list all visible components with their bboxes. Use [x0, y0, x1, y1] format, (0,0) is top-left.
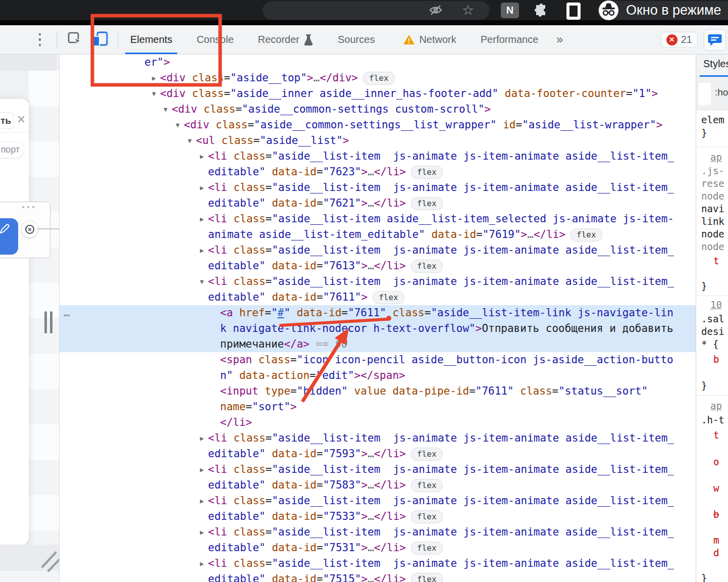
expand-arrow-icon[interactable]: ▶ [198, 493, 206, 509]
expand-arrow-icon[interactable]: ▶ [198, 430, 206, 446]
dom-tree-line[interactable]: editable" data-id="7621">…</li>flex [60, 196, 696, 211]
css-propstrike[interactable]: b [713, 509, 719, 520]
css-prop[interactable]: o [713, 456, 719, 467]
dom-tree-line[interactable]: k navigate-link-nodecor h-text-overflow"… [60, 321, 696, 336]
tab-console[interactable]: Console [184, 25, 245, 54]
dom-tree-line[interactable]: ▼<div class="aside__common-settings__lis… [60, 117, 696, 133]
dom-tree-line[interactable]: n" data-action="edit"></span> [60, 368, 696, 383]
collapse-arrow-icon[interactable]: ▼ [174, 117, 182, 133]
eye-off-icon[interactable] [429, 3, 443, 19]
css-prop[interactable]: m [713, 535, 719, 546]
expand-arrow-icon[interactable]: ▶ [198, 149, 206, 164]
expand-arrow-icon[interactable]: ▶ [198, 180, 206, 196]
dom-tree-line[interactable]: ▶<li class="aside__list-item js-animate … [60, 524, 696, 540]
flex-badge[interactable]: flex [373, 291, 404, 304]
row-actions-icon[interactable]: … [64, 305, 71, 321]
flex-badge[interactable]: flex [411, 573, 443, 582]
extension-n-icon[interactable]: N [501, 3, 519, 18]
flex-badge[interactable]: flex [411, 448, 443, 461]
drag-handle-bar[interactable] [50, 311, 53, 333]
css-prop[interactable]: t [713, 255, 719, 266]
dom-tree-line[interactable]: ▶<li class="aside__list-item js-animate … [60, 149, 696, 164]
flex-badge[interactable]: flex [570, 228, 602, 241]
dom-tree-line[interactable]: editable" data-id="7533">…</li>flex [60, 509, 696, 524]
drag-handle-bar[interactable] [44, 311, 47, 333]
dom-tree-line[interactable]: er"> [60, 55, 696, 70]
tab-sources[interactable]: Sources [326, 25, 387, 54]
dom-tree-line[interactable]: ▶<li class="aside__list-item js-animate … [60, 430, 696, 446]
dom-tree-line[interactable]: ▶<li class="aside__list-item js-animate … [60, 462, 696, 477]
expand-arrow-icon[interactable]: ▶ [150, 70, 158, 86]
remove-badge[interactable]: ✕ [21, 221, 38, 238]
dom-tree-line[interactable]: ▶<li class="aside__list-item js-animate … [60, 493, 696, 509]
device-toolbar-icon[interactable] [91, 30, 110, 50]
inspect-element-icon[interactable] [66, 30, 83, 50]
flex-badge[interactable]: flex [411, 479, 443, 492]
stylesheet-link[interactable]: ap [710, 152, 722, 163]
tab-performance[interactable]: Performance [469, 25, 551, 54]
dom-tree-line[interactable]: </li> [60, 415, 696, 430]
dom-tree-line[interactable]: editable" data-id="7613">…</li>flex [60, 258, 696, 274]
toggle-hover-state-button[interactable]: :hov [715, 87, 728, 98]
collapse-arrow-icon[interactable]: ▼ [198, 274, 206, 289]
dom-tree-line[interactable]: ▼<li class="aside__list-item js-animate … [60, 274, 696, 289]
bookmark-star-icon[interactable]: ☆ [462, 3, 474, 17]
feedback-button[interactable] [704, 29, 726, 51]
close-icon[interactable]: ✕ [15, 112, 27, 127]
pill-button[interactable]: порт [0, 141, 24, 158]
flex-badge[interactable]: flex [411, 510, 443, 523]
collapse-arrow-icon[interactable]: ▼ [162, 102, 170, 117]
resize-handle-icon[interactable] [41, 551, 59, 573]
flex-badge[interactable]: flex [411, 197, 443, 210]
expand-arrow-icon[interactable]: ▶ [198, 243, 206, 258]
dom-tree-line[interactable]: ▼<div class="aside__inner aside__inner_h… [60, 86, 696, 102]
dom-tree-line[interactable]: ▼<ul class="aside__list"> [60, 133, 696, 149]
extensions-puzzle-icon[interactable] [534, 4, 548, 20]
tab-styles[interactable]: Styles [703, 58, 728, 70]
expand-arrow-icon[interactable]: ▶ [198, 462, 206, 477]
filter-chip[interactable]: ть [0, 112, 14, 129]
dom-tree-line[interactable]: editable" data-id="7583">…</li>flex [60, 477, 696, 493]
flex-badge[interactable]: flex [411, 260, 443, 273]
dom-tree-line[interactable]: примечание</a> == $0 [60, 336, 696, 352]
error-count-badge[interactable]: ✕ 21 [661, 32, 698, 47]
flex-badge[interactable]: flex [411, 542, 443, 555]
css-prop[interactable]: t [713, 429, 719, 441]
dom-tree-line[interactable]: name="sort"> [60, 399, 696, 415]
dom-tree-line[interactable]: ▶<li class="aside__list-item js-animate … [60, 243, 696, 258]
stage-tile[interactable] [0, 218, 18, 255]
collapse-arrow-icon[interactable]: ▼ [186, 133, 194, 149]
dom-tree-line[interactable]: <input type="hidden" value data-pipe-id=… [60, 383, 696, 399]
dom-tree-line[interactable]: ▶<li class="aside__list-item aside__list… [60, 211, 696, 227]
tab-network[interactable]: Network [387, 25, 468, 54]
styles-filter-input[interactable] [698, 83, 711, 105]
dom-tree-line[interactable]: <span class="icon icon-pencil aside__but… [60, 352, 696, 368]
dom-tree-line[interactable]: ▶<li class="aside__list-item js-animate … [60, 556, 696, 571]
dom-tree-panel[interactable]: er">▶<div class="aside__top">…</div>flex… [60, 55, 696, 582]
kebab-menu-icon[interactable] [36, 33, 43, 46]
href-link[interactable]: # [278, 307, 284, 319]
dom-tree-line[interactable]: …<a href="#" data-id="7611" class="aside… [60, 305, 696, 321]
flex-badge[interactable]: flex [363, 72, 395, 85]
dom-tree-line[interactable]: ▶<div class="aside__top">…</div>flex [60, 70, 696, 86]
dom-tree-line[interactable]: editable" data-id="7611">flex [60, 289, 696, 305]
dom-tree-line[interactable]: editable" data-id="7623">…</li>flex [60, 164, 696, 180]
dom-tree-line[interactable]: editable" data-id="7515">…</li>flex [60, 571, 696, 582]
tab-recorder[interactable]: Recorder [246, 25, 326, 54]
dom-tree-line[interactable]: editable" data-id="7593">…</li>flex [60, 446, 696, 462]
flex-badge[interactable]: flex [411, 166, 443, 179]
expand-arrow-icon[interactable]: ▶ [198, 211, 206, 227]
collapse-arrow-icon[interactable]: ▼ [150, 86, 158, 102]
css-prop[interactable]: w [713, 482, 719, 494]
tab-elements[interactable]: Elements [118, 25, 184, 54]
stylesheet-link[interactable]: 10 [710, 299, 722, 310]
dom-tree-line[interactable]: ▶<li class="aside__list-item js-animate … [60, 180, 696, 196]
dom-tree-line[interactable]: animate aside__list-item_editable" data-… [60, 227, 696, 243]
side-panel-icon[interactable] [566, 3, 581, 20]
dom-tree-line[interactable]: ▼<div class="aside__common-settings cust… [60, 102, 696, 117]
css-prop[interactable]: b [713, 354, 719, 365]
dom-tree-line[interactable]: editable" data-id="7531">…</li>flex [60, 540, 696, 556]
expand-arrow-icon[interactable]: ▶ [198, 524, 206, 540]
more-tabs-chevron[interactable]: » [550, 33, 569, 46]
css-prop[interactable]: d [713, 547, 719, 558]
